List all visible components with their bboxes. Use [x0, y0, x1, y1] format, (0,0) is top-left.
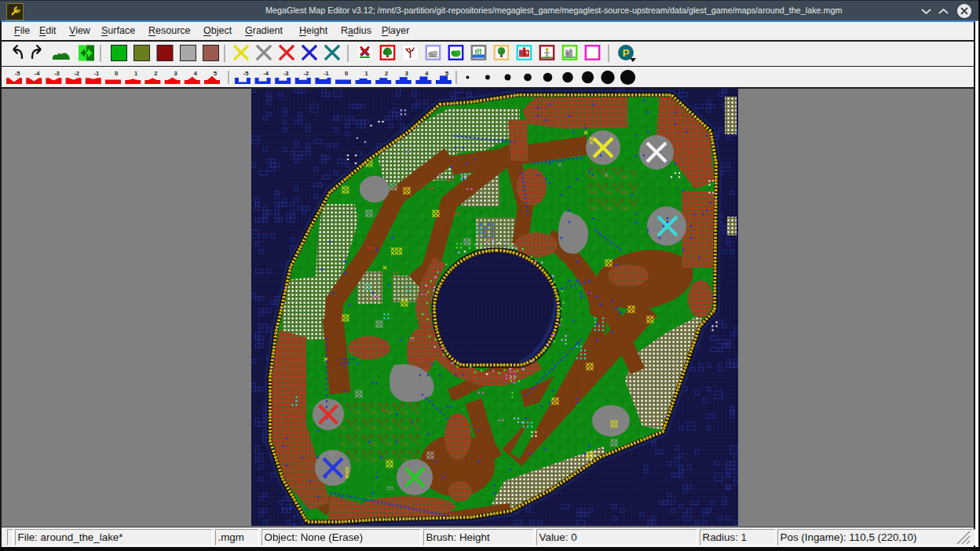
svg-text:3: 3 — [174, 70, 177, 77]
svg-text:5: 5 — [214, 70, 217, 77]
svg-text:-4: -4 — [263, 70, 269, 77]
svg-text:2: 2 — [385, 70, 388, 77]
svg-text:-2: -2 — [74, 70, 79, 77]
svg-text:-3: -3 — [54, 70, 60, 77]
svg-text:1: 1 — [134, 70, 137, 77]
svg-text:P: P — [623, 47, 630, 59]
svg-text:4: 4 — [194, 70, 198, 77]
svg-text:-1: -1 — [324, 70, 329, 77]
svg-text:-5: -5 — [243, 70, 249, 77]
svg-text:0: 0 — [345, 70, 348, 77]
svg-text:-1: -1 — [93, 70, 99, 77]
svg-text:4: 4 — [425, 70, 429, 77]
svg-text:1: 1 — [365, 70, 368, 77]
svg-text:0: 0 — [115, 70, 118, 77]
svg-text:-2: -2 — [303, 70, 309, 77]
svg-text:2: 2 — [154, 70, 157, 77]
svg-text:3: 3 — [405, 70, 408, 77]
svg-text:-5: -5 — [15, 70, 20, 77]
svg-text:-3: -3 — [283, 70, 289, 77]
svg-text:-4: -4 — [35, 70, 40, 77]
